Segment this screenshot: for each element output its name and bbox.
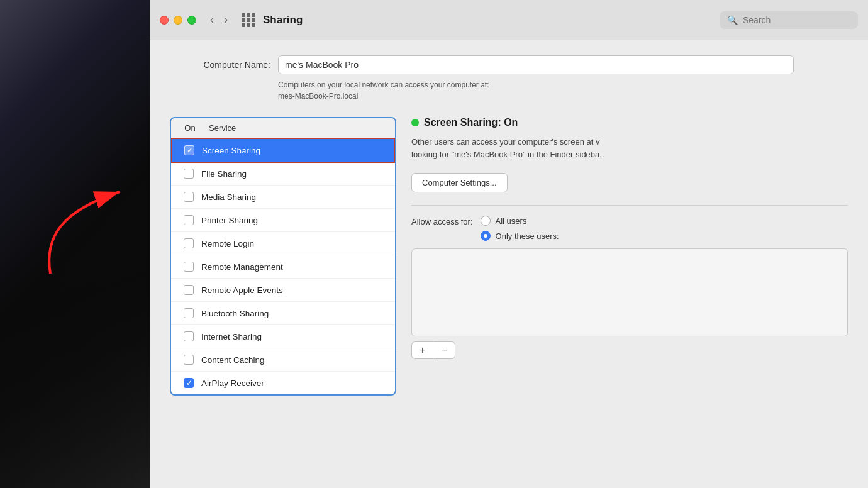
detail-panel: Screen Sharing: On Other users can acces… — [411, 117, 848, 396]
service-name-printer-sharing: Printer Sharing — [201, 216, 258, 225]
checkbox-content-caching[interactable] — [184, 355, 194, 365]
service-name-screen-sharing: Screen Sharing — [202, 146, 260, 155]
checkbox-file-sharing[interactable] — [184, 169, 194, 179]
window-title: Sharing — [263, 14, 303, 26]
service-name-internet-sharing: Internet Sharing — [201, 332, 262, 341]
divider — [411, 205, 848, 206]
status-dot-green — [411, 119, 419, 126]
remove-user-button[interactable]: − — [433, 341, 455, 359]
forward-button[interactable]: › — [220, 11, 231, 29]
checkbox-internet-sharing[interactable] — [184, 331, 194, 341]
radio-only-these[interactable]: Only these users: — [481, 231, 559, 241]
add-user-button[interactable]: + — [411, 341, 433, 359]
sharing-description: Other users can access your computer's s… — [411, 136, 713, 160]
service-name-media-sharing: Media Sharing — [201, 192, 256, 202]
list-actions: + − — [411, 341, 848, 359]
app-grid-icon[interactable] — [242, 13, 255, 27]
radio-circle-only-these[interactable] — [481, 231, 491, 241]
service-name-content-caching: Content Caching — [201, 355, 265, 365]
checkbox-remote-login[interactable] — [184, 238, 194, 248]
checkbox-screen-sharing[interactable]: ✓ — [184, 145, 194, 155]
search-box[interactable]: 🔍 — [720, 11, 858, 29]
radio-label-all-users: All users — [496, 216, 527, 226]
service-item-internet-sharing[interactable]: Internet Sharing — [171, 325, 395, 348]
radio-all-users[interactable]: All users — [481, 216, 559, 226]
traffic-lights — [160, 16, 196, 25]
main-panel: On Service ✓ Screen Sharing File Sharing — [170, 117, 848, 396]
radio-options: All users Only these users: — [481, 216, 559, 241]
allow-access-row: Allow access for: All users Only these u… — [411, 216, 848, 241]
service-item-file-sharing[interactable]: File Sharing — [171, 162, 395, 186]
services-header: On Service — [171, 118, 395, 138]
allow-access-label: Allow access for: — [411, 216, 473, 226]
service-name-bluetooth-sharing: Bluetooth Sharing — [201, 309, 269, 318]
titlebar: ‹ › Sharing 🔍 — [150, 0, 868, 40]
service-item-bluetooth-sharing[interactable]: Bluetooth Sharing — [171, 302, 395, 325]
checkbox-remote-management[interactable] — [184, 262, 194, 272]
sidebar — [0, 0, 150, 488]
nav-buttons: ‹ › — [206, 11, 231, 29]
checkbox-airplay-receiver[interactable] — [184, 378, 194, 388]
search-input[interactable] — [743, 15, 850, 25]
computer-settings-button[interactable]: Computer Settings... — [411, 173, 508, 192]
service-item-remote-apple-events[interactable]: Remote Apple Events — [171, 279, 395, 302]
computer-name-hint: Computers on your local network can acce… — [278, 79, 848, 102]
fullscreen-button[interactable] — [187, 16, 196, 25]
service-name-file-sharing: File Sharing — [201, 169, 247, 179]
users-list-box — [411, 248, 848, 336]
computer-name-row: Computer Name: — [170, 55, 848, 74]
sharing-status: Screen Sharing: On — [411, 117, 848, 128]
close-button[interactable] — [160, 16, 169, 25]
search-icon: 🔍 — [727, 15, 738, 25]
service-item-remote-login[interactable]: Remote Login — [171, 232, 395, 255]
services-panel: On Service ✓ Screen Sharing File Sharing — [170, 117, 396, 396]
service-item-media-sharing[interactable]: Media Sharing — [171, 186, 395, 209]
service-name-airplay-receiver: AirPlay Receiver — [201, 379, 264, 388]
service-item-content-caching[interactable]: Content Caching — [171, 348, 395, 372]
sharing-status-text: Screen Sharing: On — [424, 117, 518, 128]
service-item-remote-management[interactable]: Remote Management — [171, 255, 395, 279]
service-item-airplay-receiver[interactable]: AirPlay Receiver — [171, 372, 395, 394]
header-on: On — [171, 123, 209, 133]
checkbox-printer-sharing[interactable] — [184, 215, 194, 225]
computer-name-input[interactable] — [278, 55, 794, 74]
main-window: ‹ › Sharing 🔍 Computer Name: Computers — [150, 0, 868, 488]
service-name-remote-apple-events: Remote Apple Events — [201, 286, 283, 295]
service-item-printer-sharing[interactable]: Printer Sharing — [171, 209, 395, 232]
service-item-screen-sharing[interactable]: ✓ Screen Sharing — [170, 138, 396, 163]
content-area: Computer Name: Computers on your local n… — [150, 40, 868, 488]
minimize-button[interactable] — [174, 16, 182, 25]
checkbox-media-sharing[interactable] — [184, 192, 194, 202]
checkbox-bluetooth-sharing[interactable] — [184, 308, 194, 318]
checkbox-remote-apple-events[interactable] — [184, 285, 194, 295]
annotation-arrow — [25, 186, 138, 286]
service-name-remote-management: Remote Management — [201, 262, 283, 272]
service-name-remote-login: Remote Login — [201, 239, 254, 248]
computer-name-label: Computer Name: — [170, 60, 270, 70]
radio-circle-all-users[interactable] — [481, 216, 491, 226]
header-service: Service — [209, 123, 236, 133]
back-button[interactable]: ‹ — [206, 11, 218, 29]
radio-label-only-these: Only these users: — [496, 231, 559, 241]
